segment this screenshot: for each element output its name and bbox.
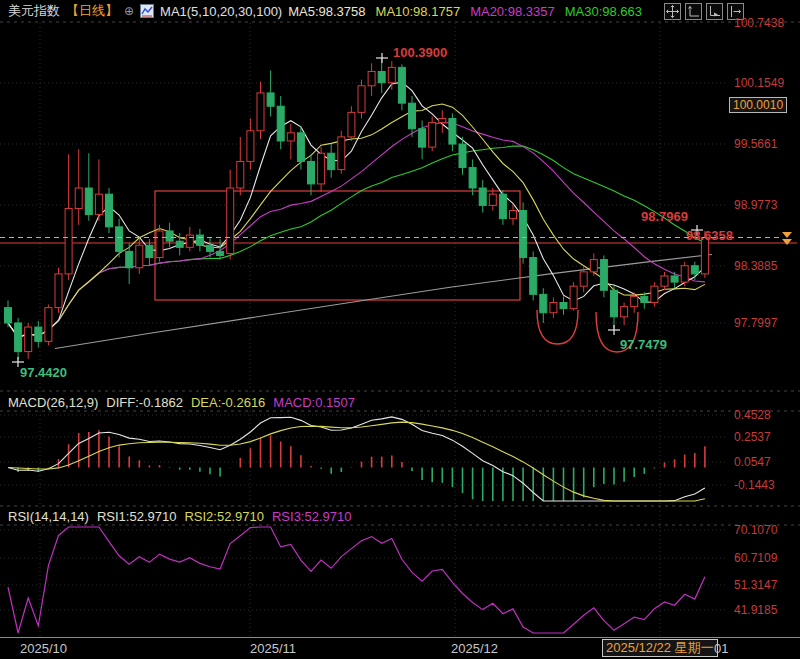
candle-up[interactable] — [237, 161, 244, 188]
candle-down[interactable] — [398, 67, 405, 103]
price-annotation: 97.7479 — [620, 337, 667, 352]
candle-up[interactable] — [621, 307, 628, 317]
candle-up[interactable] — [348, 112, 355, 137]
candle-up[interactable] — [570, 286, 577, 308]
candle-down[interactable] — [277, 106, 284, 141]
macd-diff-line — [8, 417, 705, 501]
candle-up[interactable] — [287, 133, 294, 141]
candle-down[interactable] — [671, 276, 678, 282]
rsi1-value: RSI1:52.9710 — [97, 509, 177, 524]
candle-down[interactable] — [449, 118, 456, 144]
candle-up[interactable] — [45, 308, 52, 342]
rsi2-value: RSI2:52.9710 — [184, 509, 264, 524]
macd-axis-label: 0.0547 — [734, 455, 771, 469]
rsi-params-label: RSI(14,14,14) — [8, 509, 89, 524]
candle-down[interactable] — [419, 129, 426, 147]
candle-up[interactable] — [510, 211, 517, 219]
candle-down[interactable] — [35, 327, 42, 341]
candle-up[interactable] — [358, 86, 365, 113]
candle-down[interactable] — [328, 153, 335, 169]
candle-down[interactable] — [176, 241, 183, 247]
price-axis-label: 100.1549 — [734, 76, 784, 90]
candle-down[interactable] — [409, 103, 416, 129]
candle-up[interactable] — [439, 118, 446, 122]
candle-down[interactable] — [691, 266, 698, 274]
rsi-header: RSI(14,14,14)RSI1:52.9710RSI2:52.9710RSI… — [8, 509, 359, 524]
rsi-line — [8, 527, 705, 633]
candle-down[interactable] — [207, 245, 214, 251]
candle-up[interactable] — [590, 260, 597, 272]
candle-up[interactable] — [55, 274, 62, 308]
candle-down[interactable] — [5, 308, 12, 323]
candle-down[interactable] — [499, 194, 506, 219]
candle-down[interactable] — [267, 93, 274, 106]
price-axis-alert-label: 100.0010 — [729, 97, 787, 113]
candle-up[interactable] — [368, 71, 375, 85]
candle-down[interactable] — [479, 188, 486, 205]
candle-up[interactable] — [65, 208, 72, 273]
candle-up[interactable] — [227, 188, 234, 253]
candle-up[interactable] — [661, 276, 668, 286]
candle-up[interactable] — [25, 327, 32, 352]
candlestick-layer[interactable] — [5, 58, 709, 359]
price-annotation: 97.4420 — [20, 365, 67, 380]
candle-down[interactable] — [530, 258, 537, 295]
x-axis-selected-date: 2025/12/22 星期一 — [602, 639, 718, 657]
candle-down[interactable] — [308, 161, 315, 183]
candle-up[interactable] — [257, 93, 264, 131]
candle-down[interactable] — [459, 144, 466, 168]
candle-down[interactable] — [106, 194, 113, 227]
candle-down[interactable] — [469, 168, 476, 188]
x-axis[interactable]: 2025/102025/112025/122025/12/22 星期一01 — [0, 637, 800, 659]
candle-down[interactable] — [560, 303, 567, 309]
candle-up[interactable] — [318, 153, 325, 184]
candle-down[interactable] — [146, 245, 153, 257]
candle-up[interactable] — [580, 272, 587, 286]
candle-down[interactable] — [600, 260, 607, 291]
candle-up[interactable] — [247, 131, 254, 162]
price-axis-label: 98.3885 — [734, 259, 777, 273]
candle-down[interactable] — [166, 231, 173, 241]
rsi-axis-label: 51.3147 — [734, 578, 777, 592]
price-axis-label: 100.7438 — [734, 16, 784, 30]
price-annotation: 100.3900 — [393, 45, 447, 60]
candle-down[interactable] — [116, 227, 123, 252]
candle-up[interactable] — [631, 296, 638, 306]
candle-up[interactable] — [550, 303, 557, 313]
candle-up[interactable] — [489, 194, 496, 205]
candle-up[interactable] — [95, 194, 102, 214]
candle-down[interactable] — [520, 211, 527, 258]
candle-down[interactable] — [196, 235, 203, 245]
macd-axis-label: -0.1443 — [734, 478, 775, 492]
candle-down[interactable] — [641, 296, 648, 302]
candle-up[interactable] — [338, 137, 345, 170]
candle-down[interactable] — [85, 188, 92, 215]
candle-down[interactable] — [378, 71, 385, 82]
macd-value: MACD:0.1507 — [273, 395, 355, 410]
candle-down[interactable] — [126, 251, 133, 267]
x-axis-label: 01 — [714, 641, 728, 656]
chart-canvas[interactable] — [0, 0, 800, 659]
x-axis-label: 2025/10 — [20, 641, 67, 656]
x-axis-label: 2025/11 — [250, 641, 296, 656]
candle-up[interactable] — [388, 67, 395, 82]
candle-down[interactable] — [611, 290, 618, 317]
candle-up[interactable] — [651, 286, 658, 302]
candle-down[interactable] — [540, 294, 547, 312]
candle-up[interactable] — [75, 188, 82, 208]
candle-up[interactable] — [681, 266, 688, 282]
candle-up[interactable] — [156, 231, 163, 258]
candle-up[interactable] — [186, 235, 193, 247]
candle-down[interactable] — [15, 323, 22, 352]
candle-up[interactable] — [136, 245, 143, 267]
rsi-axis-label: 41.9185 — [734, 603, 777, 617]
candle-down[interactable] — [297, 133, 304, 162]
price-annotation: 98.7969 — [641, 209, 688, 224]
price-marker-arrow[interactable] — [782, 232, 792, 238]
price-marker-arrow[interactable] — [782, 239, 792, 245]
price-axis-label: 97.7997 — [734, 316, 777, 330]
ma20-line — [8, 122, 705, 337]
candle-down[interactable] — [217, 251, 224, 255]
x-axis-label: 2025/12 — [451, 641, 498, 656]
candle-up[interactable] — [429, 123, 436, 148]
